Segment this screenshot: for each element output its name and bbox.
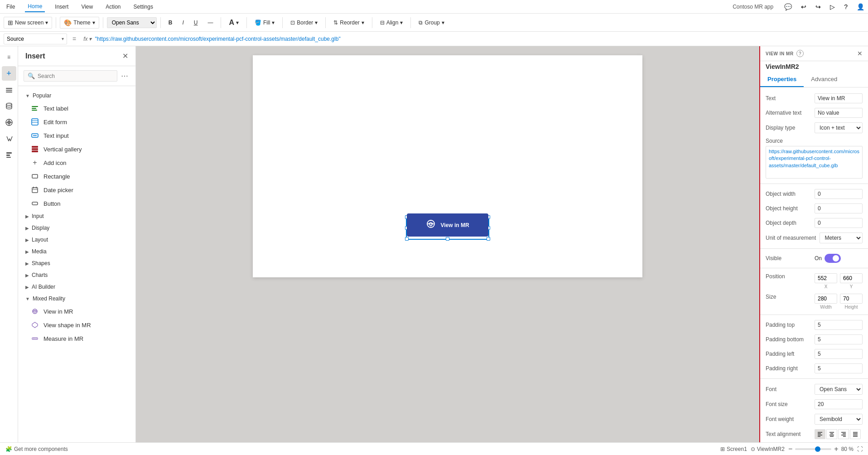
menu-view[interactable]: View	[78, 2, 96, 12]
section-display[interactable]: ▶ Display	[18, 222, 135, 234]
font-size-button[interactable]: A ▾	[225, 16, 243, 29]
get-more-components-button[interactable]: 🧩 Get more components	[5, 446, 68, 452]
undo-icon[interactable]: ↩	[801, 3, 806, 10]
item-date-picker[interactable]: Date picker	[18, 183, 135, 197]
handle-br[interactable]	[487, 237, 490, 241]
tool-menu[interactable]: ≡	[2, 50, 16, 64]
sidebar-close-button[interactable]: ✕	[122, 52, 128, 60]
prop-font-size-input[interactable]	[815, 399, 863, 409]
play-icon[interactable]: ▷	[830, 3, 835, 10]
prop-font-select[interactable]: Open Sans Arial Calibri	[815, 384, 863, 395]
prop-font-weight-select[interactable]: Semibold Regular Bold	[815, 414, 863, 425]
prop-padding-right-input[interactable]	[815, 363, 863, 373]
item-measure-in-mr[interactable]: Measure in MR	[18, 332, 135, 345]
search-input[interactable]	[38, 73, 113, 79]
prop-source-textarea[interactable]: https://raw.githubusercontent.com/micros…	[766, 146, 863, 179]
prop-alt-text-input[interactable]	[815, 108, 863, 118]
section-ai-builder[interactable]: ▶ AI Builder	[18, 281, 135, 293]
prop-size-height-label: Height	[840, 305, 863, 310]
prop-visible-toggle[interactable]	[825, 254, 841, 263]
prop-padding-top-input[interactable]	[815, 320, 863, 330]
group-button[interactable]: ⧉ Group ▾	[415, 17, 448, 28]
prop-object-height-input[interactable]	[815, 203, 863, 213]
align-left-button[interactable]	[815, 429, 825, 439]
underline-button[interactable]: U	[190, 17, 202, 28]
item-view-in-mr[interactable]: View in MR	[18, 305, 135, 318]
new-screen-button[interactable]: ⊞ New screen ▾	[4, 17, 52, 29]
prop-object-depth-input[interactable]	[815, 218, 863, 228]
section-input[interactable]: ▶ Input	[18, 210, 135, 222]
help-icon[interactable]: ?	[844, 3, 848, 10]
section-media[interactable]: ▶ Media	[18, 246, 135, 257]
tool-data[interactable]	[2, 99, 16, 113]
right-panel-help-button[interactable]: ?	[796, 50, 804, 57]
tool-layers[interactable]	[2, 82, 16, 97]
prop-position-y-input[interactable]	[840, 273, 863, 283]
tool-search2[interactable]	[2, 148, 16, 162]
menu-insert[interactable]: Insert	[52, 2, 71, 12]
prop-text-input[interactable]	[815, 93, 863, 103]
italic-button[interactable]: I	[178, 17, 188, 28]
item-text-label[interactable]: Text label	[18, 102, 135, 115]
menu-home[interactable]: Home	[25, 1, 45, 12]
border-button[interactable]: ⊡ Border ▾	[286, 17, 322, 28]
zoom-slider[interactable]	[795, 448, 831, 450]
feedback-icon[interactable]: 💬	[784, 3, 792, 10]
tool-variables[interactable]	[2, 131, 16, 146]
font-select[interactable]: Open Sans Arial Calibri	[107, 17, 157, 28]
handle-bl[interactable]	[405, 237, 409, 241]
align-justify-button[interactable]	[850, 429, 861, 439]
bold-button[interactable]: B	[164, 17, 177, 28]
canvas-area[interactable]: View in MR	[136, 46, 759, 442]
prop-size-width-input[interactable]	[815, 294, 837, 304]
item-vertical-gallery[interactable]: Vertical gallery	[18, 142, 135, 156]
section-mixed-reality[interactable]: ▼ Mixed Reality	[18, 293, 135, 305]
prop-position-x-input[interactable]	[815, 273, 837, 283]
item-edit-form[interactable]: Edit form	[18, 115, 135, 129]
redo-icon[interactable]: ↪	[815, 3, 821, 10]
prop-size-height-input[interactable]	[840, 294, 863, 304]
menu-file[interactable]: File	[4, 2, 18, 12]
prop-padding-left-input[interactable]	[815, 349, 863, 359]
zoom-plus-button[interactable]: +	[834, 445, 838, 453]
prop-unit-select[interactable]: Meters Centimeters Inches	[820, 232, 863, 243]
item-button[interactable]: Button	[18, 197, 135, 210]
menu-settings[interactable]: Settings	[131, 2, 156, 12]
item-rectangle[interactable]: Rectangle	[18, 169, 135, 183]
user-icon[interactable]: 👤	[857, 3, 864, 10]
tab-properties[interactable]: Properties	[760, 72, 804, 87]
view-in-mr-button[interactable]: View in MR	[407, 213, 488, 237]
prop-display-type: Display type Icon + text Icon only Text …	[760, 120, 868, 136]
tab-advanced[interactable]: Advanced	[804, 72, 844, 87]
fullscreen-button[interactable]: ⛶	[857, 446, 863, 452]
reorder-button[interactable]: ⇅ Reorder ▾	[329, 17, 368, 28]
section-popular[interactable]: ▼ Popular	[18, 90, 135, 102]
tool-connections[interactable]	[2, 115, 16, 130]
formula-input[interactable]	[95, 36, 864, 42]
formula-scope[interactable]: Source ▾	[4, 34, 67, 44]
theme-button[interactable]: 🎨 Theme ▾	[60, 17, 99, 29]
canvas-component[interactable]: View in MR	[407, 213, 488, 237]
right-panel-close-button[interactable]: ✕	[857, 50, 863, 57]
section-charts[interactable]: ▶ Charts	[18, 269, 135, 281]
prop-object-width-input[interactable]	[815, 189, 863, 199]
align-right-button[interactable]	[838, 429, 849, 439]
tool-insert[interactable]: +	[2, 66, 16, 81]
align-button[interactable]: ⊟ Align ▾	[376, 17, 407, 28]
prop-display-type-select[interactable]: Icon + text Icon only Text only	[815, 122, 863, 133]
item-add-icon[interactable]: + Add icon	[18, 156, 135, 169]
strikethrough-button[interactable]: —	[203, 17, 217, 28]
screen-tab[interactable]: ⊞ Screen1	[720, 446, 747, 452]
zoom-minus-button[interactable]: −	[788, 445, 792, 453]
align-center-button[interactable]	[826, 429, 837, 439]
sidebar-more-button[interactable]: ⋯	[119, 70, 130, 82]
handle-bc[interactable]	[446, 237, 449, 241]
item-text-input[interactable]: Text input	[18, 129, 135, 142]
menu-action[interactable]: Action	[103, 2, 123, 12]
fill-button[interactable]: 🪣 Fill ▾	[251, 17, 279, 28]
section-layout[interactable]: ▶ Layout	[18, 234, 135, 246]
section-shapes[interactable]: ▶ Shapes	[18, 257, 135, 269]
prop-padding-bottom-input[interactable]	[815, 334, 863, 344]
item-view-shape-in-mr[interactable]: View shape in MR	[18, 318, 135, 332]
component-tab[interactable]: ⊙ ViewInMR2	[751, 446, 785, 452]
